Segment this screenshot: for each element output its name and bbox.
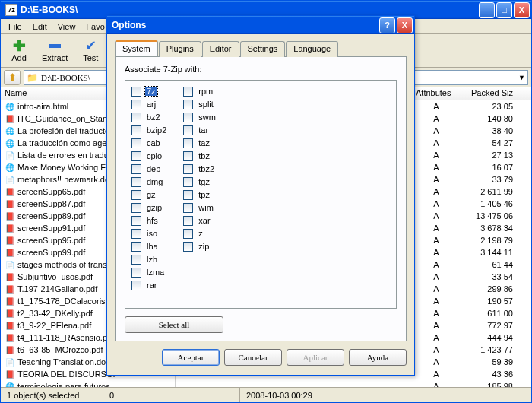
format-tbz2[interactable]: tbz2	[183, 163, 217, 175]
format-swm[interactable]: swm	[183, 111, 217, 123]
format-tar[interactable]: tar	[183, 124, 217, 136]
checkbox-hfs[interactable]	[131, 216, 141, 226]
format-gz[interactable]: gz	[131, 189, 168, 201]
format-split[interactable]: split	[183, 98, 217, 110]
checkbox-cab[interactable]	[131, 138, 141, 148]
checkbox-cpio[interactable]	[131, 151, 141, 161]
checkbox-iso[interactable]	[131, 229, 141, 239]
format-dmg[interactable]: dmg	[131, 176, 168, 188]
menu-view[interactable]: View	[53, 21, 81, 33]
dialog-help-button[interactable]: ?	[379, 17, 395, 33]
format-zip[interactable]: zip	[183, 240, 217, 252]
checkbox-bzip2[interactable]	[131, 125, 141, 135]
checkbox-split[interactable]	[183, 100, 193, 109]
menu-edit[interactable]: Edit	[28, 21, 52, 33]
file-icon: 📄	[5, 174, 15, 185]
menu-favo[interactable]: Favo	[81, 21, 109, 33]
format-7z[interactable]: 7z	[131, 85, 168, 97]
format-arj[interactable]: arj	[131, 98, 168, 110]
checkbox-arj[interactable]	[131, 100, 141, 109]
format-taz[interactable]: taz	[183, 137, 217, 149]
format-label: arj	[145, 100, 157, 109]
format-tgz[interactable]: tgz	[183, 176, 217, 188]
checkbox-swm[interactable]	[183, 113, 193, 122]
format-lzma[interactable]: lzma	[131, 266, 168, 278]
checkbox-lha[interactable]	[131, 242, 141, 252]
accept-button[interactable]: Aceptar	[162, 349, 220, 366]
menu-file[interactable]: File	[4, 21, 27, 33]
checkbox-wim[interactable]	[183, 203, 193, 213]
format-iso[interactable]: iso	[131, 227, 168, 240]
format-gzip[interactable]: gzip	[131, 202, 168, 214]
tab-language[interactable]: Language	[286, 41, 338, 57]
file-icon: 📕	[5, 332, 15, 343]
format-tpz[interactable]: tpz	[183, 189, 217, 201]
format-deb[interactable]: deb	[131, 163, 168, 175]
checkbox-gzip[interactable]	[131, 203, 141, 213]
format-hfs[interactable]: hfs	[131, 214, 168, 227]
format-cab[interactable]: cab	[131, 137, 168, 149]
file-attr: A	[412, 296, 461, 306]
checkbox-lzma[interactable]	[131, 268, 141, 278]
checkbox-deb[interactable]	[131, 164, 141, 174]
tab-system[interactable]: System	[115, 40, 158, 56]
tab-plugins[interactable]: Plugins	[159, 41, 201, 57]
test-button[interactable]: ✔ Test	[75, 37, 106, 64]
minus-icon	[47, 39, 62, 52]
cancel-button[interactable]: Cancelar	[224, 349, 282, 366]
file-attr: A	[412, 271, 461, 282]
checkbox-dmg[interactable]	[131, 177, 141, 187]
file-attr: A	[412, 125, 461, 136]
dialog-close-button[interactable]: X	[397, 17, 413, 33]
checkbox-lzh[interactable]	[131, 255, 141, 265]
file-size: 185 98	[461, 381, 518, 387]
maximize-button[interactable]: □	[496, 2, 512, 18]
checkbox-zip[interactable]	[183, 242, 193, 252]
help-button[interactable]: Ayuda	[349, 349, 407, 366]
checkbox-rar[interactable]	[131, 281, 141, 290]
format-bzip2[interactable]: bzip2	[131, 124, 168, 136]
format-lzh[interactable]: lzh	[131, 253, 168, 265]
format-z[interactable]: z	[183, 227, 217, 240]
format-xar[interactable]: xar	[183, 214, 217, 227]
format-rar[interactable]: rar	[131, 279, 168, 291]
checkbox-tgz[interactable]	[183, 177, 193, 187]
checkbox-xar[interactable]	[183, 216, 193, 226]
address-dropdown-icon[interactable]: ▼	[518, 74, 525, 81]
apply-button[interactable]: Aplicar	[287, 349, 344, 366]
select-all-button[interactable]: Select all	[125, 316, 223, 333]
checkbox-tbz2[interactable]	[183, 164, 193, 174]
checkbox-gz[interactable]	[131, 190, 141, 200]
tabs: SystemPluginsEditorSettingsLanguage	[115, 40, 407, 56]
format-wim[interactable]: wim	[183, 202, 217, 214]
table-row[interactable]: 🌐terminologia para futurosA185 98	[1, 380, 531, 387]
format-cpio[interactable]: cpio	[131, 150, 168, 162]
format-lha[interactable]: lha	[131, 240, 168, 252]
status-selected: 1 object(s) selected	[1, 388, 103, 402]
checkbox-z[interactable]	[183, 229, 193, 239]
nav-up-button[interactable]: ⬆	[4, 70, 21, 85]
checkbox-taz[interactable]	[183, 138, 193, 148]
extract-button[interactable]: Extract	[37, 37, 72, 64]
tab-settings[interactable]: Settings	[240, 41, 286, 57]
checkbox-tbz[interactable]	[183, 151, 193, 161]
tab-editor[interactable]: Editor	[202, 41, 239, 57]
file-icon: 📕	[5, 198, 15, 209]
file-size: 23 05	[461, 101, 518, 112]
add-button[interactable]: ✚ Add	[4, 37, 34, 64]
col-attributes[interactable]: Attributes	[412, 87, 461, 100]
col-packed-size[interactable]: Packed Siz	[461, 87, 518, 100]
format-tbz[interactable]: tbz	[183, 150, 217, 162]
folder-icon: 📁	[27, 72, 38, 83]
close-button[interactable]: X	[514, 2, 530, 18]
format-bz2[interactable]: bz2	[131, 111, 168, 123]
checkbox-tar[interactable]	[183, 125, 193, 135]
checkbox-7z[interactable]	[131, 87, 141, 97]
format-rpm[interactable]: rpm	[183, 85, 217, 97]
minimize-button[interactable]: _	[479, 2, 495, 18]
file-size: 43 36	[461, 369, 518, 379]
checkbox-tpz[interactable]	[183, 190, 193, 200]
checkbox-rpm[interactable]	[183, 87, 193, 97]
file-size: 190 57	[461, 296, 518, 306]
checkbox-bz2[interactable]	[131, 113, 141, 122]
